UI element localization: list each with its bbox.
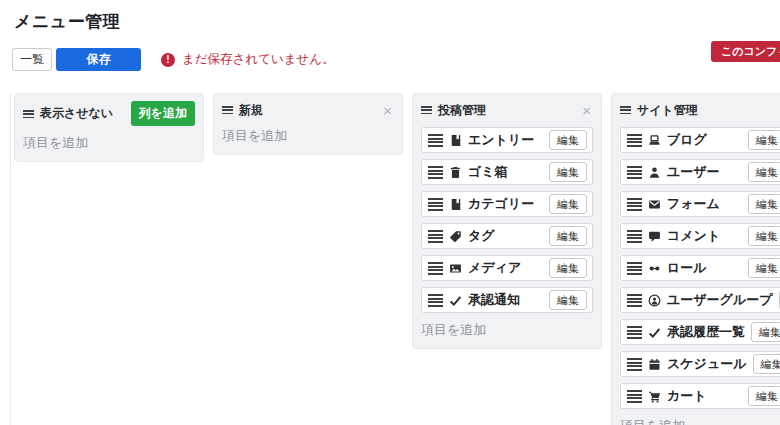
tag-icon: [449, 230, 462, 243]
item-drag-handle-icon[interactable]: [428, 262, 443, 275]
menu-item-label: コメント: [667, 227, 720, 245]
menu-item-label: ユーザーグループ: [667, 291, 773, 309]
media-image-icon: [449, 262, 462, 275]
menu-item[interactable]: ブログ編集: [620, 127, 780, 153]
menu-item[interactable]: フォーム編集: [620, 191, 780, 217]
menu-item-label: メディア: [468, 259, 521, 277]
list-button[interactable]: 一覧: [12, 48, 52, 71]
menu-item-label: タグ: [468, 227, 495, 245]
item-drag-handle-icon[interactable]: [627, 262, 642, 275]
edit-item-button[interactable]: 編集: [549, 258, 587, 278]
column-title: サイト管理: [637, 102, 698, 119]
menu-item[interactable]: 承認通知編集: [421, 287, 593, 313]
item-drag-handle-icon[interactable]: [627, 134, 642, 147]
entry-book-icon: [449, 134, 462, 147]
menu-item[interactable]: ユーザーグループ編集: [620, 287, 780, 313]
column-items: ブログ編集ユーザー編集フォーム編集コメント編集ロール編集ユーザーグループ編集承認…: [620, 127, 780, 409]
edit-item-button[interactable]: 編集: [549, 162, 587, 182]
edit-item-button[interactable]: 編集: [549, 130, 587, 150]
edit-item-button[interactable]: 編集: [748, 162, 780, 182]
menu-item-label: エントリー: [468, 131, 534, 149]
warning-icon: !: [161, 53, 175, 67]
menu-board: 表示させない列を追加項目を追加新規×項目を追加投稿管理×エントリー編集ゴミ箱編集…: [14, 93, 780, 425]
column-drag-handle-icon[interactable]: [620, 106, 631, 114]
menu-item-label: ユーザー: [667, 163, 720, 181]
menu-item[interactable]: タグ編集: [421, 223, 593, 249]
edit-item-button[interactable]: 編集: [748, 194, 780, 214]
add-item-link[interactable]: 項目を追加: [23, 134, 195, 152]
unsaved-warning: ! まだ保存されていません。: [161, 51, 335, 68]
menu-item[interactable]: ゴミ箱編集: [421, 159, 593, 185]
menu-column: 新規×項目を追加: [213, 93, 403, 155]
menu-item[interactable]: エントリー編集: [421, 127, 593, 153]
menu-column: 表示させない列を追加項目を追加: [14, 93, 204, 162]
edit-item-button[interactable]: 編集: [549, 226, 587, 246]
column-items: エントリー編集ゴミ箱編集カテゴリー編集タグ編集メディア編集承認通知編集: [421, 127, 593, 313]
menu-item[interactable]: カート編集: [620, 383, 780, 409]
board-wrapper: 表示させない列を追加項目を追加新規×項目を追加投稿管理×エントリー編集ゴミ箱編集…: [10, 93, 780, 425]
item-drag-handle-icon[interactable]: [428, 294, 443, 307]
column-drag-handle-icon[interactable]: [23, 110, 34, 118]
trash-icon: [449, 166, 462, 179]
edit-item-button[interactable]: 編集: [549, 194, 587, 214]
edit-item-button[interactable]: 編集: [549, 290, 587, 310]
column-drag-handle-icon[interactable]: [222, 106, 233, 114]
user-group-icon: [648, 294, 661, 307]
add-item-link[interactable]: 項目を追加: [421, 321, 593, 339]
approval-check-icon: [449, 294, 462, 307]
item-drag-handle-icon[interactable]: [627, 326, 642, 339]
item-drag-handle-icon[interactable]: [627, 230, 642, 243]
approval-check-icon: [648, 326, 661, 339]
menu-item[interactable]: スケジュール編集: [620, 351, 780, 377]
role-glasses-icon: [648, 262, 661, 275]
item-drag-handle-icon[interactable]: [627, 294, 642, 307]
column-header: サイト管理×: [620, 101, 780, 119]
column-drag-handle-icon[interactable]: [421, 106, 432, 114]
menu-item-label: 承認履歴一覧: [667, 323, 745, 341]
item-drag-handle-icon[interactable]: [428, 198, 443, 211]
item-drag-handle-icon[interactable]: [428, 230, 443, 243]
edit-item-button[interactable]: 編集: [748, 226, 780, 246]
item-drag-handle-icon[interactable]: [428, 166, 443, 179]
column-header: 新規×: [222, 101, 394, 119]
menu-item[interactable]: ロール編集: [620, 255, 780, 281]
item-drag-handle-icon[interactable]: [627, 390, 642, 403]
cart-icon: [648, 390, 661, 403]
menu-item-label: カテゴリー: [468, 195, 534, 213]
column-title: 新規: [239, 102, 263, 119]
edit-item-button[interactable]: 編集: [751, 322, 780, 342]
menu-item-label: 承認通知: [468, 291, 520, 309]
close-column-icon[interactable]: ×: [580, 103, 593, 118]
column-title: 表示させない: [40, 105, 113, 122]
menu-item-label: フォーム: [667, 195, 720, 213]
edit-item-button[interactable]: 編集: [748, 386, 780, 406]
edit-item-button[interactable]: 編集: [753, 354, 780, 374]
item-drag-handle-icon[interactable]: [627, 358, 642, 371]
add-column-button[interactable]: 列を追加: [131, 101, 195, 126]
comment-icon: [648, 230, 661, 243]
menu-item[interactable]: カテゴリー編集: [421, 191, 593, 217]
menu-item-label: スケジュール: [667, 355, 747, 373]
add-item-link[interactable]: 項目を追加: [620, 417, 780, 425]
menu-item-label: カート: [667, 387, 707, 405]
save-button[interactable]: 保存: [56, 48, 141, 71]
close-column-icon[interactable]: ×: [381, 103, 394, 118]
column-header: 表示させない列を追加: [23, 101, 195, 126]
category-book-icon: [449, 198, 462, 211]
edit-item-button[interactable]: 編集: [748, 130, 780, 150]
page-title: メニュー管理: [14, 10, 780, 33]
share-config-button[interactable]: このコンフィグを: [711, 41, 780, 62]
menu-column: サイト管理×ブログ編集ユーザー編集フォーム編集コメント編集ロール編集ユーザーグル…: [611, 93, 780, 425]
item-drag-handle-icon[interactable]: [627, 198, 642, 211]
menu-item[interactable]: コメント編集: [620, 223, 780, 249]
menu-item[interactable]: ユーザー編集: [620, 159, 780, 185]
add-item-link[interactable]: 項目を追加: [222, 127, 394, 145]
menu-item[interactable]: メディア編集: [421, 255, 593, 281]
column-header: 投稿管理×: [421, 101, 593, 119]
item-drag-handle-icon[interactable]: [428, 134, 443, 147]
menu-column: 投稿管理×エントリー編集ゴミ箱編集カテゴリー編集タグ編集メディア編集承認通知編集…: [412, 93, 602, 349]
menu-item[interactable]: 承認履歴一覧編集: [620, 319, 780, 345]
edit-item-button[interactable]: 編集: [748, 258, 780, 278]
menu-item-label: ゴミ箱: [468, 163, 508, 181]
item-drag-handle-icon[interactable]: [627, 166, 642, 179]
